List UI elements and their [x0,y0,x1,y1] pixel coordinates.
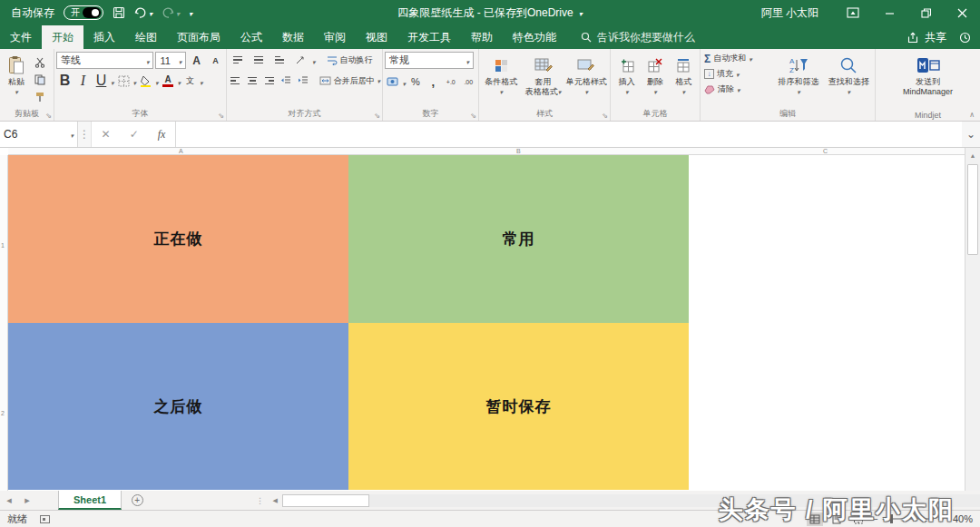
merge-center-button[interactable]: 合并后居中 [319,74,381,88]
borders-button[interactable] [115,73,132,89]
clear-button[interactable]: 清除 [704,83,772,96]
cancel-button[interactable]: ✕ [102,128,111,141]
name-box[interactable]: C6 [0,122,78,147]
tab-review[interactable]: 审阅 [314,25,356,49]
shrink-font-button[interactable]: A [207,53,224,69]
underline-button[interactable]: U [93,73,110,89]
borders-dropdown-icon[interactable] [133,73,137,89]
tab-page-layout[interactable]: 页面布局 [167,25,230,49]
new-sheet-button[interactable]: + [122,491,152,510]
undo-button[interactable] [134,6,152,19]
align-top-button[interactable] [229,52,246,68]
font-dialog-launcher[interactable] [218,112,224,120]
fill-color-button[interactable] [137,73,154,89]
row-headers[interactable]: 1 2 [0,155,8,491]
quadrant-cell-temp-save[interactable]: 暂时保存 [348,323,689,490]
undo-dropdown-icon[interactable] [149,6,152,19]
zoom-level[interactable]: 40% [949,513,973,524]
format-as-table-button[interactable]: 套用 表格格式 [521,52,564,108]
zoom-slider[interactable] [883,518,934,520]
phonetic-guide-button[interactable]: 文 [181,73,199,89]
phonetic-dropdown-icon[interactable] [200,73,203,89]
title-dropdown-icon[interactable] [579,6,583,19]
row-header-2[interactable]: 2 [1,410,5,416]
increase-indent-button[interactable] [297,73,310,89]
zoom-in-button[interactable]: + [938,513,944,524]
minimize-button[interactable] [871,0,907,25]
sort-filter-button[interactable]: AZ 排序和筛选 [772,52,824,108]
tab-special-features[interactable]: 特色功能 [503,25,566,49]
macro-record-icon[interactable] [40,515,50,523]
formula-bar-expand-icon[interactable]: ⌄ [962,122,980,147]
restore-button[interactable] [907,0,944,25]
bold-button[interactable]: B [56,73,74,89]
column-header-b[interactable]: B [516,148,521,154]
tell-me-search[interactable]: 告诉我你想要做什么 [581,25,695,49]
font-color-dropdown-icon[interactable] [178,73,181,89]
save-button[interactable] [113,6,125,19]
number-format-combo[interactable]: 常规 [385,52,474,69]
send-to-mindmanager-button[interactable]: 发送到 MindManager [888,52,968,108]
decrease-indent-button[interactable] [279,73,293,89]
redo-dropdown-icon[interactable] [176,6,180,19]
paste-button[interactable]: 粘贴 [2,52,31,108]
scroll-up-icon[interactable]: ▲ [965,148,980,162]
accounting-dropdown-icon[interactable] [403,73,407,90]
sheet-tab-sheet1[interactable]: Sheet1 [58,491,122,510]
autosave-toggle[interactable]: 开 [64,5,103,20]
zoom-out-button[interactable]: − [872,513,877,524]
cut-button[interactable] [31,54,48,71]
vertical-scrollbar[interactable]: ▲ [965,148,980,491]
number-dialog-launcher[interactable] [470,112,476,120]
font-color-button[interactable]: A [160,73,177,89]
ribbon-display-options-button[interactable] [835,0,871,25]
tab-home[interactable]: 开始 [42,25,83,49]
scrollbar-splitter[interactable]: ⋮ [252,496,268,505]
clipboard-dialog-launcher[interactable] [45,112,52,120]
wrap-text-button[interactable]: 自动换行 [327,54,373,67]
vertical-scroll-thumb[interactable] [967,164,978,255]
font-name-combo[interactable]: 等线 [56,52,153,69]
redo-button[interactable] [162,6,180,19]
delete-cells-button[interactable]: 删除 [641,52,669,108]
orientation-dropdown-icon[interactable] [312,52,316,68]
share-button[interactable]: 共享 [907,25,946,49]
tab-file[interactable]: 文件 [0,25,42,49]
column-headers[interactable]: A B C [8,148,965,155]
italic-button[interactable]: I [74,73,92,89]
decrease-decimal-button[interactable]: .00 [461,73,477,90]
align-right-button[interactable] [262,73,276,89]
enter-button[interactable]: ✓ [130,128,139,141]
accounting-format-button[interactable] [385,73,401,90]
format-cells-button[interactable]: 格式 [670,52,698,108]
collapse-ribbon-button[interactable]: ∧ [969,111,975,119]
orientation-button[interactable] [291,52,309,68]
column-header-a[interactable]: A [179,148,183,154]
history-icon[interactable] [959,25,971,49]
percent-style-button[interactable]: % [407,73,424,90]
align-middle-button[interactable] [250,52,267,68]
quadrant-cell-frequent[interactable]: 常用 [348,155,689,323]
horizontal-scroll-thumb[interactable] [282,494,369,507]
scroll-left-icon[interactable]: ◀ [268,497,282,504]
format-painter-button[interactable] [31,89,48,105]
column-header-c[interactable]: C [823,148,828,154]
tab-draw[interactable]: 绘图 [125,25,167,49]
underline-dropdown-icon[interactable] [111,73,114,89]
tab-developer[interactable]: 开发工具 [397,25,461,49]
normal-view-button[interactable] [807,512,823,526]
comma-style-button[interactable]: , [426,73,442,90]
page-layout-view-button[interactable] [828,512,845,526]
tab-formulas[interactable]: 公式 [230,25,272,49]
worksheet-grid[interactable]: A B C 1 2 正在做 常用 之后做 暂时保存 ▲ [0,148,980,491]
formula-input[interactable] [176,122,962,147]
styles-dialog-launcher[interactable] [602,112,608,120]
quadrant-cell-doing-now[interactable]: 正在做 [8,155,348,323]
sheet-next-icon[interactable]: ▸ [18,491,36,510]
find-select-button[interactable]: 查找和选择 [825,52,873,108]
align-center-button[interactable] [246,73,260,89]
insert-function-button[interactable]: fx [158,128,166,142]
autosum-button[interactable]: Σ 自动求和 [704,52,772,65]
align-bottom-button[interactable] [270,52,288,68]
insert-cells-button[interactable]: 插入 [612,52,641,108]
